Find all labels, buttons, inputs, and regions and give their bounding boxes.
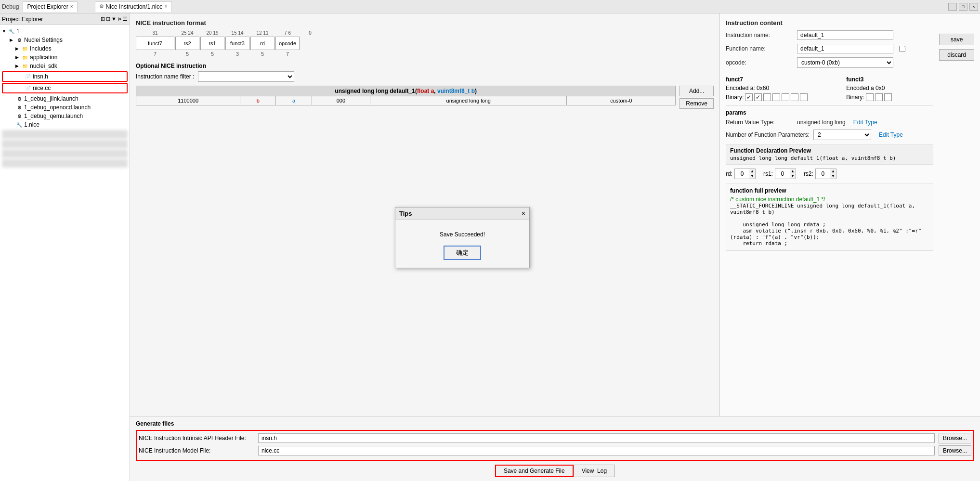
field-funct3: funct3 [225, 37, 249, 50]
tree-item-nice-cc[interactable]: 📄 nice.cc [2, 83, 128, 93]
cb-left-7[interactable] [800, 93, 808, 101]
nice-tab[interactable]: ⚙ Nice Instruction/1.nice × [95, 1, 172, 12]
bit-15-14: 15 14 [225, 30, 249, 36]
nice-tab-close[interactable]: × [165, 4, 168, 9]
opcode-select[interactable]: custom-0 (0xb) [797, 57, 893, 68]
bits-7: 7 [136, 51, 174, 57]
model-file-input[interactable] [258, 446, 935, 455]
rd-up[interactable]: ▲ [749, 169, 755, 174]
tree-item-nuclei-settings[interactable]: ▶ ⚙ Nuclei Settings [0, 36, 130, 44]
discard-btn[interactable]: discard [939, 49, 974, 61]
view-log-btn[interactable]: View_Log [574, 465, 615, 477]
rd-arrows: ▲ ▼ [749, 169, 755, 179]
tree-item-1nice[interactable]: 🔧 1.nice [0, 120, 130, 129]
rs1-spinbox[interactable]: 0 ▲ ▼ [775, 169, 796, 179]
maximize-btn[interactable]: □ [959, 3, 967, 11]
funct7-section: funct7 Encoded a: 0x60 Binary: ✓ ✓ [726, 76, 808, 101]
func-decl-preview-box: Function Declaration Preview unsigned lo… [726, 144, 933, 165]
cb-left-3[interactable] [763, 93, 771, 101]
cb-left-1[interactable]: ✓ [745, 93, 753, 101]
header-file-input[interactable] [258, 433, 935, 443]
insn-data-row: 1100000 b a 000 unsigned long long custo… [136, 96, 676, 105]
bit-25-24: 25 24 [175, 30, 199, 36]
sidebar-tree: ▼ 🔧 1 ▶ ⚙ Nuclei Settings ▶ 📁 Includes ▶… [0, 25, 130, 481]
bits-3: 3 [225, 51, 249, 57]
sidebar-icon-menu[interactable]: ☰ [123, 16, 128, 22]
project-explorer-label: Project Explorer [27, 3, 68, 10]
rs1-up[interactable]: ▲ [790, 169, 796, 174]
rs2-value: 0 [816, 169, 830, 178]
debug-tab[interactable]: Debug [2, 3, 19, 10]
rs1-down[interactable]: ▼ [790, 174, 796, 179]
nuclei-settings-icon: ⚙ [15, 36, 23, 44]
instruction-filter-select[interactable] [198, 71, 294, 82]
rs2-down[interactable]: ▼ [830, 174, 836, 179]
dialog-ok-btn[interactable]: 确定 [444, 246, 481, 260]
bit-numbers-row: 31 25 24 20 19 15 14 12 11 7 6 0 [136, 30, 714, 36]
tree-item-root[interactable]: ▼ 🔧 1 [0, 27, 130, 36]
sidebar-icon-back[interactable]: ⊳ [118, 16, 122, 22]
blurred-row-4 [2, 159, 128, 168]
tree-item-jlink[interactable]: ⚙ 1_debug_jlink.launch [0, 94, 130, 103]
tree-item-application[interactable]: ▶ 📁 application [0, 53, 130, 62]
top-bar: Debug Project Explorer × ⚙ Nice Instruct… [0, 0, 980, 13]
project-explorer-tab[interactable]: Project Explorer × [23, 1, 77, 12]
edit-type-link-2[interactable]: Edit Type [879, 131, 903, 138]
insn-comma: , [434, 88, 437, 94]
funct3-title: funct3 [846, 76, 891, 83]
cb-left-4[interactable] [772, 93, 780, 101]
save-btn[interactable]: save [939, 34, 974, 45]
expand-arrow-nuclei-sdk: ▶ [15, 64, 21, 68]
tree-item-insn-h[interactable]: 📄 insn.h [2, 71, 128, 82]
cb-right-2[interactable] [875, 93, 883, 101]
rs2-arrows: ▲ ▼ [830, 169, 836, 179]
sidebar-icon-expand[interactable]: ⊡ [106, 16, 110, 22]
rd-down[interactable]: ▼ [749, 174, 755, 179]
blurred-row-2 [2, 140, 128, 148]
instruction-table: unsigned long long default_1(float a, vu… [136, 86, 676, 105]
optional-label: Optional NICE instruction [136, 63, 714, 69]
num-params-select[interactable]: 2 [813, 130, 871, 140]
sidebar-icon-filter[interactable]: ▼ [111, 16, 117, 22]
browse-btn-2[interactable]: Browse... [939, 445, 971, 456]
nice-cc-icon: 📄 [24, 84, 32, 92]
tree-item-qemu[interactable]: ⚙ 1_debug_qemu.launch [0, 112, 130, 120]
bit-20-19: 20 19 [200, 30, 224, 36]
save-discard-area: save discard [939, 34, 974, 251]
rs2-spinbox[interactable]: 0 ▲ ▼ [815, 169, 836, 179]
close-window-btn[interactable]: × [969, 3, 978, 11]
cb-left-5[interactable] [782, 93, 789, 101]
bits-5-rd: 5 [250, 51, 274, 57]
sidebar-icon-collapse[interactable]: ⊞ [101, 16, 105, 22]
insn-header-text: unsigned long long default_1( [335, 88, 417, 94]
rs2-up[interactable]: ▲ [830, 169, 836, 174]
cb-left-2[interactable]: ✓ [754, 93, 762, 101]
browse-btn-1[interactable]: Browse... [939, 433, 971, 443]
minimize-btn[interactable]: — [948, 3, 957, 11]
bit-fields-row: funct7 rs2 rs1 funct3 rd opcode [136, 37, 714, 50]
function-name-checkbox[interactable] [899, 46, 905, 52]
spinbox-row: rd: 0 ▲ ▼ [726, 169, 933, 179]
blurred-row-1 [2, 130, 128, 139]
cb-left-6[interactable] [791, 93, 798, 101]
function-name-input[interactable] [797, 44, 893, 53]
insn-col6: custom-0 [567, 96, 676, 105]
save-generate-btn[interactable]: Save and Generate File [495, 465, 574, 477]
generate-files-section: NICE Instruction Intrinsic API Header Fi… [136, 430, 974, 461]
insn-h-icon: 📄 [24, 73, 32, 80]
project-explorer-close[interactable]: × [70, 4, 73, 9]
cb-right-3[interactable] [884, 93, 892, 101]
tree-item-includes[interactable]: ▶ 📁 Includes [0, 44, 130, 53]
sidebar: Project Explorer ⊞ ⊡ ▼ ⊳ ☰ ▼ 🔧 1 ▶ ⚙ Nuc… [0, 13, 130, 481]
tree-item-nuclei-sdk[interactable]: ▶ 📁 nuclei_sdk [0, 62, 130, 70]
tree-item-openocd[interactable]: ⚙ 1_debug_openocd.launch [0, 103, 130, 112]
edit-type-link-1[interactable]: Edit Type [853, 119, 877, 126]
dialog-close-btn[interactable]: × [522, 209, 525, 217]
remove-btn[interactable]: Remove [679, 98, 714, 109]
nice-right-panel: Instruction content Instruction name: Fu… [720, 13, 980, 416]
add-btn[interactable]: Add... [679, 86, 714, 96]
tree-label-nice-cc: nice.cc [33, 85, 51, 91]
cb-right-1[interactable] [866, 93, 874, 101]
rd-spinbox[interactable]: 0 ▲ ▼ [734, 169, 756, 179]
instruction-name-input[interactable] [797, 30, 893, 40]
